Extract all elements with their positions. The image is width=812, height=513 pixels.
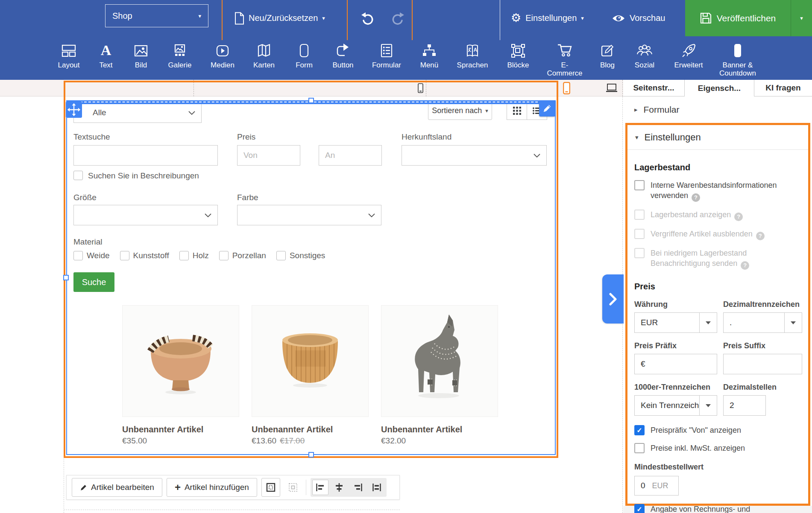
- svg-text:A: A: [474, 47, 478, 53]
- checkbox-row-von-praefix: Preispräfix "Von" anzeigen: [634, 425, 802, 435]
- toolbar-divider-stub: [412, 36, 413, 40]
- chevron-right-icon: [609, 293, 617, 306]
- checkbox-row-warenbestand: Interne Warenbestandsinformationen verwe…: [634, 180, 802, 202]
- toolbar-item-button[interactable]: Button: [322, 40, 363, 69]
- languages-icon: A: [464, 40, 481, 59]
- preis-an-input[interactable]: [319, 145, 382, 166]
- currency-unit: EUR: [652, 481, 668, 490]
- dezimaltrennzeichen-select[interactable]: .: [723, 312, 802, 333]
- edit-element-button[interactable]: [539, 100, 555, 117]
- align-justify-button[interactable]: [369, 480, 385, 495]
- align-right-button[interactable]: [350, 480, 366, 495]
- phone-breakpoint-icon[interactable]: [418, 83, 423, 93]
- product-card[interactable]: Unbenannter Artikel €13.60€17.00: [252, 305, 369, 446]
- category-select[interactable]: Alle: [73, 102, 202, 123]
- toolbar-item-medien[interactable]: Medien: [202, 40, 243, 69]
- spacing-button[interactable]: [261, 478, 280, 497]
- toolbar-item-sozial[interactable]: Sozial: [624, 40, 665, 69]
- desktop-breakpoint-icon[interactable]: [606, 84, 618, 93]
- banner-icon: [730, 40, 746, 59]
- toolbar-item-form[interactable]: Form: [284, 40, 325, 69]
- preis-suffix-input[interactable]: [723, 354, 802, 374]
- textsuche-input[interactable]: [73, 145, 218, 166]
- toolbar-item-ecommerce[interactable]: E-Commerce: [543, 40, 586, 77]
- material-checkbox-sonstiges[interactable]: [276, 251, 286, 260]
- preis-von-input[interactable]: [237, 145, 300, 166]
- undo-icon: [361, 11, 375, 26]
- farbe-select[interactable]: [237, 205, 381, 225]
- material-checkbox-holz[interactable]: [179, 251, 189, 260]
- toolbar-item-karten[interactable]: Karten: [243, 40, 284, 69]
- toolbar-item-galerie[interactable]: Galerie: [159, 40, 200, 69]
- toolbar-item-blog[interactable]: Blog: [587, 40, 628, 69]
- tab-seitenstruktur[interactable]: Seitenstr...: [623, 80, 685, 96]
- toolbar-item-formular[interactable]: Formular: [366, 40, 407, 69]
- rechnung-checkbox[interactable]: [634, 504, 645, 513]
- shop-selector[interactable]: Shop ▾: [105, 4, 208, 27]
- panel-collapse-button[interactable]: [602, 274, 624, 324]
- edit-article-button[interactable]: Artikel bearbeiten: [72, 478, 162, 497]
- suche-button[interactable]: Suche: [73, 272, 114, 292]
- publish-button[interactable]: Veröffentlichen: [685, 0, 791, 36]
- material-checkbox-porzellan[interactable]: [219, 251, 229, 260]
- toolbar-item-erweitert[interactable]: Erweitert: [668, 40, 709, 69]
- undo-button[interactable]: [355, 0, 380, 36]
- help-icon[interactable]: ?: [756, 232, 765, 240]
- new-reset-button[interactable]: Neu/Zurücksetzen ▾: [234, 0, 325, 36]
- add-article-button[interactable]: + Artikel hinzufügen: [167, 478, 257, 497]
- accordion-formular[interactable]: ▸ Formular: [623, 96, 812, 123]
- breakpoint-divider: [193, 80, 194, 96]
- toolbar-item-layout[interactable]: Layout: [48, 40, 89, 69]
- toolbar-item-sprachen[interactable]: A Sprachen: [452, 40, 493, 69]
- product-card[interactable]: Unbenannter Artikel €32.00: [381, 305, 498, 446]
- spacing-icon: [266, 482, 276, 493]
- header-divider: [412, 0, 413, 40]
- accordion-einstellungen[interactable]: ▾ Einstellungen: [627, 125, 808, 150]
- waehrung-select[interactable]: EUR: [634, 312, 717, 333]
- image-icon: [133, 40, 149, 59]
- groesse-select[interactable]: [73, 205, 218, 225]
- material-label: Material: [73, 237, 103, 247]
- tausender-select[interactable]: Kein Trennzeichen: [634, 395, 717, 416]
- help-icon[interactable]: ?: [734, 213, 743, 221]
- product-card[interactable]: Unbenannter Artikel €35.00: [122, 305, 239, 446]
- material-checkbox-weide[interactable]: [73, 251, 83, 260]
- toolbar-item-bloecke[interactable]: Blöcke: [498, 40, 539, 69]
- herkunftsland-select[interactable]: [402, 145, 547, 166]
- header-divider: [500, 0, 500, 40]
- product-name: Unbenannter Artikel: [122, 425, 239, 434]
- mwst-checkbox[interactable]: [634, 443, 645, 453]
- toolbar-item-banner-countdown[interactable]: Banner & Countdown: [708, 40, 768, 77]
- resize-handle-left[interactable]: [63, 275, 69, 280]
- chevron-down-icon: ▾: [800, 15, 803, 21]
- help-icon[interactable]: ?: [692, 193, 700, 202]
- publish-options-button[interactable]: ▾: [791, 0, 812, 36]
- material-checkbox-kunststoff[interactable]: [120, 251, 129, 260]
- align-center-icon: [334, 483, 344, 492]
- settings-menu-button[interactable]: ⚙ Einstellungen ▾: [511, 0, 584, 36]
- align-left-button[interactable]: [312, 480, 328, 495]
- eye-icon: [612, 14, 625, 23]
- toolbar-item-bild[interactable]: Bild: [120, 40, 161, 69]
- move-handle[interactable]: [66, 102, 82, 118]
- material-option: Kunststoff: [120, 251, 169, 260]
- preview-button[interactable]: Vorschau: [612, 0, 665, 36]
- redo-button[interactable]: [385, 0, 410, 36]
- align-center-button[interactable]: [331, 480, 347, 495]
- tab-eigenschaften[interactable]: Eigensch...: [685, 80, 754, 96]
- von-praefix-checkbox[interactable]: [634, 425, 645, 435]
- toolbar-item-menu[interactable]: Menü: [409, 40, 450, 69]
- warenbestand-checkbox[interactable]: [634, 180, 645, 190]
- gear-icon: ⚙: [511, 12, 521, 24]
- preis-praefix-input[interactable]: [634, 354, 717, 374]
- tab-ki-fragen[interactable]: KI fragen: [754, 80, 812, 96]
- phone-breakpoint-icon-active[interactable]: [563, 82, 570, 94]
- resize-handle-top[interactable]: [308, 98, 314, 103]
- dezimalstellen-input[interactable]: [723, 395, 766, 416]
- beschreibungen-checkbox[interactable]: [73, 171, 83, 180]
- help-icon[interactable]: ?: [741, 261, 749, 270]
- mindestbestellwert-input[interactable]: 0 EUR: [634, 476, 679, 496]
- resize-handle-bottom[interactable]: [308, 452, 314, 458]
- canvas-guide-line: [64, 96, 64, 513]
- product-price: €32.00: [381, 436, 498, 446]
